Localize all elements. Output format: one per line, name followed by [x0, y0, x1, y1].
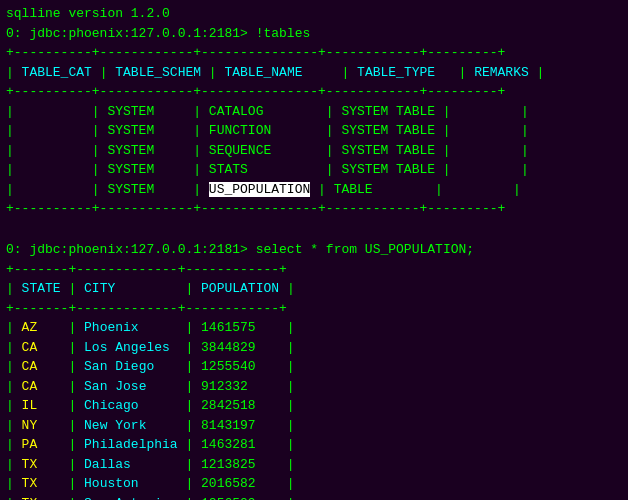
table-row-catalog: | | SYSTEM | CATALOG | SYSTEM TABLE | |: [6, 102, 622, 122]
tables-command-line: 0: jdbc:phoenix:127.0.0.1:2181> !tables: [6, 24, 622, 44]
pop-row-il-chicago: | IL | Chicago | 2842518 |: [6, 396, 622, 416]
cmd2: select * from US_POPULATION;: [248, 242, 474, 257]
pop-row-tx-sanantonio: | TX | San Antonio | 1256509 |: [6, 494, 622, 501]
col-remarks: REMARKS: [474, 65, 529, 80]
col-table-type: TABLE_TYPE: [357, 65, 451, 80]
highlighted-table-name: US_POPULATION: [209, 182, 310, 197]
terminal-window: sqlline version 1.2.0 0: jdbc:phoenix:12…: [0, 0, 628, 500]
pop-top-border: +-------+-------------+------------+: [6, 260, 622, 280]
table-row-stats: | | SYSTEM | STATS | SYSTEM TABLE | |: [6, 160, 622, 180]
tables-output: +----------+------------+---------------…: [6, 43, 622, 219]
cmd1: !tables: [248, 26, 310, 41]
col-city: CITY: [84, 281, 178, 296]
table-header-row: | TABLE_CAT | TABLE_SCHEM | TABLE_NAME |…: [6, 63, 622, 83]
version-line: sqlline version 1.2.0: [6, 4, 622, 24]
pop-row-tx-houston: | TX | Houston | 2016582 |: [6, 474, 622, 494]
pop-header-row: | STATE | CITY | POPULATION |: [6, 279, 622, 299]
pop-row-tx-dallas: | TX | Dallas | 1213825 |: [6, 455, 622, 475]
select-command-line: 0: jdbc:phoenix:127.0.0.1:2181> select *…: [6, 240, 622, 260]
pop-row-ca-sd: | CA | San Diego | 1255540 |: [6, 357, 622, 377]
table-header-border: +----------+------------+---------------…: [6, 82, 622, 102]
table-row-sequence: | | SYSTEM | SEQUENCE | SYSTEM TABLE | |: [6, 141, 622, 161]
table-top-border: +----------+------------+---------------…: [6, 43, 622, 63]
col-population: POPULATION: [201, 281, 279, 296]
prompt1: 0: jdbc:phoenix:127.0.0.1:2181>: [6, 26, 248, 41]
col-state: STATE: [22, 281, 61, 296]
pop-row-ca-sj: | CA | San Jose | 912332 |: [6, 377, 622, 397]
pop-row-az-phoenix: | AZ | Phoenix | 1461575 |: [6, 318, 622, 338]
pop-row-ny-newyork: | NY | New York | 8143197 |: [6, 416, 622, 436]
col-table-name: TABLE_NAME: [224, 65, 333, 80]
table-row-us-population: | | SYSTEM | US_POPULATION | TABLE | |: [6, 180, 622, 200]
table-bottom-border: +----------+------------+---------------…: [6, 199, 622, 219]
spacer1: [6, 221, 622, 241]
col-table-schem: TABLE_SCHEM: [115, 65, 201, 80]
pop-header-border: +-------+-------------+------------+: [6, 299, 622, 319]
pop-row-pa-philly: | PA | Philadelphia | 1463281 |: [6, 435, 622, 455]
col-table-cat: TABLE_CAT: [22, 65, 92, 80]
pop-row-ca-la: | CA | Los Angeles | 3844829 |: [6, 338, 622, 358]
table-row-function: | | SYSTEM | FUNCTION | SYSTEM TABLE | |: [6, 121, 622, 141]
prompt2: 0: jdbc:phoenix:127.0.0.1:2181>: [6, 242, 248, 257]
population-output: +-------+-------------+------------+ | S…: [6, 260, 622, 501]
